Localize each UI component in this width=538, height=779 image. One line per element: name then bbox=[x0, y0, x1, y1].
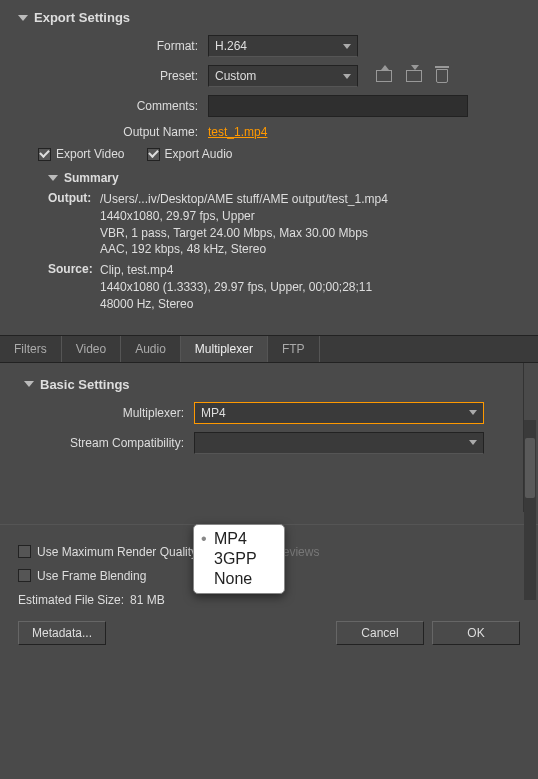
comments-label: Comments: bbox=[18, 99, 208, 113]
format-label: Format: bbox=[18, 39, 208, 53]
frame-blending-label: Use Frame Blending bbox=[37, 569, 146, 583]
preset-dropdown[interactable]: Custom bbox=[208, 65, 358, 87]
export-audio-label: Export Audio bbox=[165, 147, 233, 161]
preset-value: Custom bbox=[215, 69, 256, 83]
chevron-down-icon bbox=[48, 175, 58, 181]
basic-settings-title: Basic Settings bbox=[40, 377, 130, 392]
max-render-quality-checkbox[interactable]: Use Maximum Render Quality bbox=[18, 545, 197, 559]
format-dropdown[interactable]: H.264 bbox=[208, 35, 358, 57]
chevron-down-icon bbox=[18, 15, 28, 21]
cancel-button[interactable]: Cancel bbox=[336, 621, 424, 645]
output-name-label: Output Name: bbox=[18, 125, 208, 139]
output-name-link[interactable]: test_1.mp4 bbox=[208, 125, 267, 139]
multiplexer-dropdown[interactable]: MP4 bbox=[194, 402, 484, 424]
metadata-button[interactable]: Metadata... bbox=[18, 621, 106, 645]
export-audio-checkbox[interactable]: Export Audio bbox=[147, 147, 233, 161]
tab-video[interactable]: Video bbox=[62, 336, 121, 362]
tab-multiplexer[interactable]: Multiplexer bbox=[181, 336, 268, 362]
summary-output-body: /Users/...iv/Desktop/AME stuff/AME outpu… bbox=[100, 191, 388, 258]
multiplexer-label: Multiplexer: bbox=[24, 406, 194, 420]
scrollbar-thumb[interactable] bbox=[525, 438, 535, 498]
checkmark-icon bbox=[148, 147, 159, 158]
tab-bar: Filters Video Audio Multiplexer FTP bbox=[0, 335, 538, 363]
stream-compat-label: Stream Compatibility: bbox=[24, 436, 194, 450]
popup-item-3gpp[interactable]: 3GPP bbox=[194, 549, 284, 569]
import-preset-icon[interactable] bbox=[406, 70, 422, 82]
export-video-checkbox[interactable]: Export Video bbox=[38, 147, 125, 161]
summary-header[interactable]: Summary bbox=[48, 171, 520, 185]
ok-button[interactable]: OK bbox=[432, 621, 520, 645]
estimated-size-label: Estimated File Size: bbox=[18, 593, 124, 607]
chevron-down-icon bbox=[24, 381, 34, 387]
stream-compat-dropdown[interactable] bbox=[194, 432, 484, 454]
tab-audio[interactable]: Audio bbox=[121, 336, 181, 362]
summary-output-label: Output: bbox=[48, 191, 100, 258]
multiplexer-value: MP4 bbox=[201, 406, 226, 420]
chevron-down-icon bbox=[343, 74, 351, 79]
summary-source-label: Source: bbox=[48, 262, 100, 312]
save-preset-icon[interactable] bbox=[376, 70, 392, 82]
export-video-label: Export Video bbox=[56, 147, 125, 161]
basic-settings-header[interactable]: Basic Settings bbox=[24, 377, 499, 392]
export-settings-header[interactable]: Export Settings bbox=[18, 10, 520, 25]
chevron-down-icon bbox=[469, 440, 477, 445]
max-render-quality-label: Use Maximum Render Quality bbox=[37, 545, 197, 559]
preset-label: Preset: bbox=[18, 69, 208, 83]
chevron-down-icon bbox=[343, 44, 351, 49]
export-settings-title: Export Settings bbox=[34, 10, 130, 25]
scrollbar[interactable] bbox=[524, 420, 536, 600]
multiplexer-popup: MP4 3GPP None bbox=[193, 524, 285, 594]
tab-ftp[interactable]: FTP bbox=[268, 336, 320, 362]
format-value: H.264 bbox=[215, 39, 247, 53]
chevron-down-icon bbox=[469, 410, 477, 415]
summary-title: Summary bbox=[64, 171, 119, 185]
tab-filters[interactable]: Filters bbox=[0, 336, 62, 362]
comments-input[interactable] bbox=[208, 95, 468, 117]
estimated-size-value: 81 MB bbox=[130, 593, 165, 607]
popup-item-mp4[interactable]: MP4 bbox=[194, 529, 284, 549]
checkmark-icon bbox=[39, 147, 50, 158]
summary-source-body: Clip, test.mp4 1440x1080 (1.3333), 29.97… bbox=[100, 262, 372, 312]
delete-preset-icon[interactable] bbox=[436, 69, 448, 83]
popup-item-none[interactable]: None bbox=[194, 569, 284, 589]
